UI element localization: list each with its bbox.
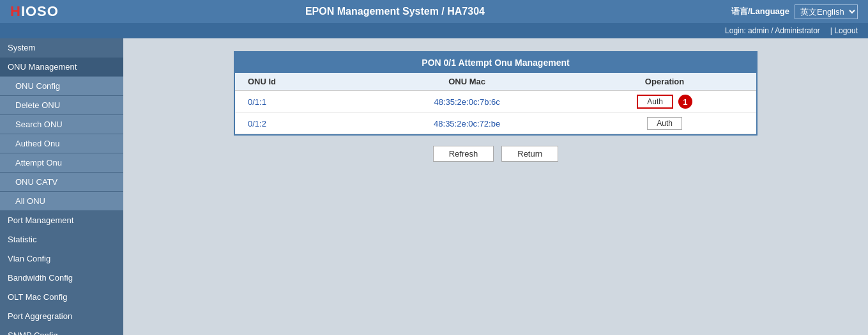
table-row: 0/1:1 48:35:2e:0c:7b:6c Auth 1 [235, 91, 756, 113]
sidebar-item-port-aggregation[interactable]: Port Aggregration [0, 307, 123, 326]
sidebar-item-olt-mac-config[interactable]: OLT Mac Config [0, 288, 123, 307]
table-container: PON 0/1 Attempt Onu Management ONU Id ON… [234, 51, 758, 136]
onu-id-1: 0/1:1 [235, 91, 361, 113]
sidebar-item-onu-catv[interactable]: ONU CATV [0, 173, 123, 192]
col-onu-mac: ONU Mac [361, 73, 573, 91]
logout-link[interactable]: | Logout [830, 26, 858, 35]
sidebar-item-vlan-config[interactable]: Vlan Config [0, 249, 123, 269]
sidebar-item-snmp-config[interactable]: SNMP Config [0, 326, 123, 335]
table-header-row: ONU Id ONU Mac Operation [235, 73, 756, 91]
sidebar-item-system[interactable]: System [0, 38, 123, 58]
onu-id-2: 0/1:2 [235, 113, 361, 134]
operation-cell-2: Auth [573, 113, 756, 134]
sidebar-item-onu-config[interactable]: ONU Config [0, 77, 123, 96]
header-sub: Login: admin / Administrator | Logout [0, 23, 868, 38]
table-row: 0/1:2 48:35:2e:0c:72:be Auth [235, 113, 756, 134]
op-cell-2: Auth [581, 117, 749, 130]
lang-select[interactable]: 英文English [795, 4, 858, 19]
header-right: 语言/Language 英文English [731, 4, 858, 19]
sidebar-item-onu-management[interactable]: ONU Management [0, 58, 123, 77]
sidebar-item-authed-onu[interactable]: Authed Onu [0, 134, 123, 153]
onu-mac-2: 48:35:2e:0c:72:be [361, 113, 573, 134]
content-area: PON 0/1 Attempt Onu Management ONU Id ON… [123, 38, 868, 335]
sidebar-item-all-onu[interactable]: All ONU [0, 192, 123, 211]
table-title: PON 0/1 Attempt Onu Management [235, 52, 756, 73]
lang-label: 语言/Language [731, 6, 789, 17]
return-button[interactable]: Return [501, 146, 558, 162]
sidebar: System ONU Management ONU Config Delete … [0, 38, 123, 335]
auth-button-1[interactable]: Auth [637, 95, 673, 109]
op-cell-1: Auth 1 [581, 95, 749, 109]
onu-mac-1: 48:35:2e:0c:7b:6c [361, 91, 573, 113]
sidebar-item-port-management[interactable]: Port Management [0, 211, 123, 230]
button-row: Refresh Return [136, 136, 855, 172]
login-info: Login: admin / Administrator [725, 26, 820, 35]
annotation-badge-1: 1 [678, 95, 692, 109]
onu-table: ONU Id ONU Mac Operation 0/1:1 48:35:2e:… [235, 73, 756, 134]
refresh-button[interactable]: Refresh [433, 146, 494, 162]
sidebar-item-delete-onu[interactable]: Delete ONU [0, 96, 123, 115]
sidebar-item-bandwidth-config[interactable]: Bandwidth Config [0, 269, 123, 288]
header-top: HIOSO EPON Management System / HA7304 语言… [0, 0, 868, 23]
logo: HIOSO [10, 3, 59, 20]
page-title: EPON Management System / HA7304 [305, 6, 485, 17]
col-operation: Operation [573, 73, 756, 91]
col-onu-id: ONU Id [235, 73, 361, 91]
sidebar-item-statistic[interactable]: Statistic [0, 230, 123, 249]
operation-cell-1: Auth 1 [573, 91, 756, 113]
sidebar-item-search-onu[interactable]: Search ONU [0, 115, 123, 134]
logo-h: H [10, 3, 21, 19]
main-layout: System ONU Management ONU Config Delete … [0, 38, 868, 335]
auth-button-2[interactable]: Auth [647, 117, 682, 130]
logo-rest: IOSO [21, 3, 59, 19]
sidebar-item-attempt-onu[interactable]: Attempt Onu [0, 153, 123, 173]
